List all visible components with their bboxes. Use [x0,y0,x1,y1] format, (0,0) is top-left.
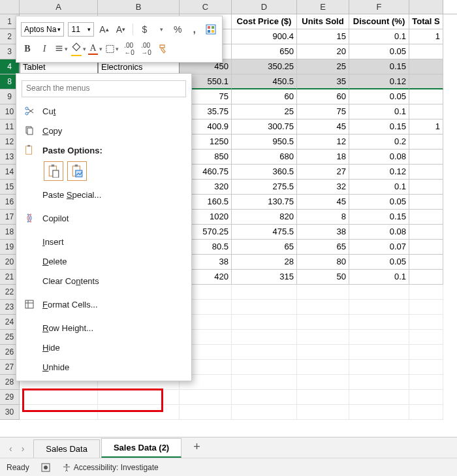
next-sheet-icon[interactable]: › [22,443,25,454]
add-sheet-icon[interactable]: + [193,440,200,454]
svg-rect-18 [25,300,33,308]
prev-sheet-icon[interactable]: ‹ [9,443,12,454]
copilot-label: Copilot [42,214,69,223]
comma-icon[interactable]: , [188,23,200,36]
tab-sales-data[interactable]: Sales Data [33,439,100,458]
menu-format-cells[interactable]: Format Cells... [16,294,191,314]
accounting-dropdown-icon[interactable] [155,23,167,36]
menu-unhide[interactable]: Unhide [16,357,191,377]
conditional-format-icon[interactable] [204,23,217,36]
context-menu: Search the menus Cut Copy Paste Options:… [16,73,192,381]
svg-rect-1 [208,26,210,29]
italic-icon[interactable]: I [38,42,51,56]
font-select[interactable]: Aptos Na▾ [21,22,64,37]
grow-font-icon[interactable]: A▴ [98,23,110,36]
tab-sales-data-2[interactable]: Sales Data (2) [101,438,181,458]
paste-button[interactable] [44,161,63,181]
col-F[interactable]: F [349,0,409,14]
status-bar: Ready Accessibility: Investigate [0,458,457,476]
font-name: Aptos Na [24,25,56,34]
menu-paste-special[interactable]: Paste Special... [16,185,191,204]
col-headers: A B C D E F [0,0,457,14]
col-C[interactable]: C [180,0,232,14]
accessibility-label: Accessibility: Investigate [74,463,159,472]
col-G[interactable] [409,0,443,14]
mini-toolbar: Aptos Na▾ 11▾ A▴ A▾ $ % , B I A .00←0 .0… [16,16,223,63]
col-B[interactable]: B [98,0,180,14]
scissors-icon [23,104,36,118]
menu-copilot[interactable]: Copilot [16,208,191,228]
format-painter-icon[interactable] [157,42,170,56]
svg-rect-13 [52,165,54,167]
fill-color-icon[interactable] [72,42,85,56]
row-29: 29 [0,390,457,405]
borders-icon[interactable] [106,42,119,56]
copilot-icon [23,212,36,225]
menu-row-height[interactable]: Row Height... [16,318,191,338]
select-all-corner[interactable] [0,0,20,14]
paste-picture-button[interactable] [67,161,87,181]
font-size[interactable]: 11▾ [68,22,93,37]
macro-record-icon[interactable] [41,463,50,472]
svg-point-6 [25,112,28,115]
paste-options-label: Paste Options: [42,146,102,155]
decrease-decimal-icon[interactable]: .00←0 [123,42,136,56]
svg-rect-11 [27,145,30,147]
svg-rect-5 [106,45,114,52]
svg-rect-9 [27,128,33,135]
sheet-tab-bar: ‹ › Sales Data Sales Data (2) + [0,437,457,458]
svg-rect-14 [53,170,59,178]
col-E[interactable]: E [297,0,349,14]
menu-delete[interactable]: Delete [16,251,191,271]
col-A[interactable]: A [20,0,98,14]
menu-copy[interactable]: Copy [16,121,191,140]
col-D[interactable]: D [232,0,297,14]
svg-rect-10 [26,146,32,154]
svg-rect-2 [212,26,214,29]
menu-cut[interactable]: Cut [16,101,191,121]
clipboard-icon [23,144,36,157]
shrink-font-icon[interactable]: A▾ [114,23,127,36]
accounting-icon[interactable]: $ [138,23,151,36]
copy-icon [23,124,36,137]
cut-label: Cut [42,106,55,116]
align-icon[interactable] [55,42,68,56]
menu-insert[interactable]: Insert [16,232,191,251]
menu-paste-options: Paste Options: [16,140,191,160]
menu-hide[interactable]: Hide [16,338,191,357]
svg-rect-16 [75,165,78,167]
bold-icon[interactable]: B [21,42,34,56]
svg-point-21 [65,464,67,466]
svg-point-20 [44,466,48,469]
svg-rect-3 [208,30,210,33]
row-30: 30 [0,405,457,420]
increase-decimal-icon[interactable]: .00→0 [140,42,153,56]
menu-search[interactable]: Search the menus [22,80,186,97]
font-size-value: 11 [71,25,80,34]
font-color-icon[interactable]: A [89,42,102,56]
status-ready: Ready [7,463,29,472]
svg-rect-4 [212,30,214,33]
percent-icon[interactable]: % [172,23,184,36]
accessibility-status[interactable]: Accessibility: Investigate [62,463,159,472]
svg-point-7 [25,107,28,110]
menu-clear[interactable]: Clear Contents [16,271,191,291]
format-cells-icon [23,298,36,311]
